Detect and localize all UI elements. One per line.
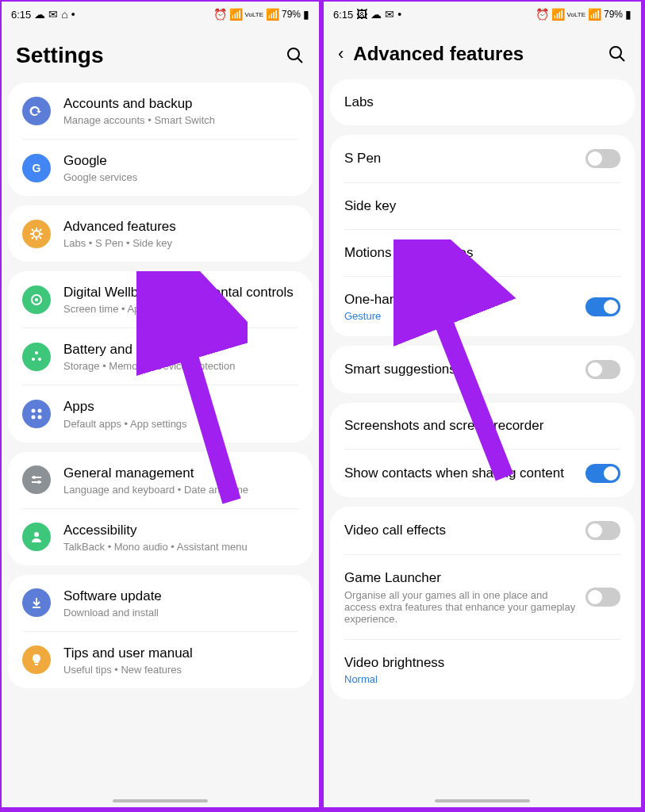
battery-icon: ▮	[303, 8, 309, 21]
item-subtitle: TalkBack • Mono audio • Assistant menu	[63, 541, 298, 553]
settings-item[interactable]: AppsDefault apps • App settings	[22, 385, 298, 442]
settings-list: Accounts and backupManage accounts • Sma…	[2, 82, 319, 688]
volte-icon: VoLTE	[245, 11, 263, 18]
row-text: GoogleGoogle services	[63, 152, 298, 183]
settings-item[interactable]: Tips and user manualUseful tips • New fe…	[22, 632, 298, 688]
settings-item[interactable]: Software updateDownload and install	[22, 575, 298, 632]
row-text: AccessibilityTalkBack • Mono audio • Ass…	[63, 522, 298, 553]
toggle-switch[interactable]	[585, 360, 620, 379]
item-title: Video call effects	[344, 522, 578, 539]
feature-item[interactable]: Show contacts when sharing content	[344, 450, 620, 497]
settings-group: Advanced featuresLabs • S Pen • Side key	[8, 205, 313, 262]
item-title: Accounts and backup	[63, 95, 298, 113]
feature-group: Smart suggestions	[330, 346, 635, 393]
feature-item[interactable]: Game LauncherOrganise all your games all…	[344, 555, 620, 639]
feature-item[interactable]: Video call effects	[344, 507, 620, 555]
item-title: Battery and device care	[63, 341, 298, 358]
svg-point-16	[37, 481, 40, 484]
battery-pct: 79%	[282, 9, 301, 20]
row-text: Software updateDownload and install	[63, 588, 298, 619]
row-text: Smart suggestions	[344, 361, 585, 378]
svg-point-8	[38, 358, 41, 361]
feature-item[interactable]: S Pen	[344, 135, 620, 183]
row-text: Video call effects	[344, 522, 585, 539]
circle-icon	[22, 285, 51, 314]
row-text: General managementLanguage and keyboard …	[63, 465, 298, 496]
status-time: 6:15	[333, 9, 353, 21]
item-subtitle: Storage • Memory • Device protection	[63, 360, 298, 372]
phone-left: 6:15 ☁ ✉ ⌂ • ⏰ 📶 VoLTE 📶 79% ▮ Settings …	[0, 0, 321, 809]
item-subtitle: Default apps • App settings	[63, 418, 298, 430]
svg-point-5	[35, 298, 38, 301]
item-subtitle: Useful tips • New features	[63, 664, 298, 676]
item-title: Show contacts when sharing content	[344, 465, 578, 482]
feature-item[interactable]: Side key	[344, 183, 620, 230]
toggle-switch[interactable]	[585, 588, 620, 607]
mail-icon: ✉	[48, 8, 58, 21]
item-title: One-handed mode	[344, 291, 578, 308]
row-text: One-handed modeGesture	[344, 291, 585, 322]
status-left: 6:15 🖼 ☁ ✉ •	[333, 8, 401, 21]
settings-group: Digital Wellbeing and parental controlsS…	[8, 271, 313, 442]
item-title: Screenshots and screen recorder	[344, 417, 612, 435]
row-text: Video brightnessNormal	[344, 654, 620, 685]
feature-item[interactable]: Motions and gestures	[344, 230, 620, 277]
item-subtitle: Normal	[344, 673, 612, 685]
toggle-switch[interactable]	[585, 297, 620, 316]
row-text: Battery and device careStorage • Memory …	[63, 341, 298, 372]
toggle-switch[interactable]	[585, 464, 620, 483]
item-title: General management	[63, 465, 298, 482]
row-text: Side key	[344, 197, 620, 215]
advanced-features-list: LabsS PenSide keyMotions and gesturesOne…	[324, 79, 641, 699]
back-button[interactable]: ‹	[338, 44, 344, 64]
nav-bar[interactable]	[435, 799, 530, 802]
wifi-icon: 📶	[551, 8, 565, 21]
status-right: ⏰ 📶 VoLTE 📶 79% ▮	[213, 8, 309, 21]
dot-icon: •	[397, 8, 401, 21]
search-icon[interactable]	[608, 44, 627, 63]
sliders-icon	[22, 465, 51, 494]
g-icon: G	[22, 154, 51, 182]
item-title: Game Launcher	[344, 569, 578, 587]
settings-item[interactable]: GGoogleGoogle services	[22, 140, 298, 196]
item-title: Labs	[344, 94, 612, 111]
gear-icon	[22, 220, 51, 248]
feature-item[interactable]: Screenshots and screen recorder	[344, 403, 620, 450]
item-subtitle: Labs • S Pen • Side key	[63, 237, 298, 249]
volte-icon: VoLTE	[567, 11, 585, 18]
dot-icon: •	[71, 8, 75, 21]
feature-item[interactable]: Labs	[344, 79, 620, 125]
status-bar: 6:15 🖼 ☁ ✉ • ⏰ 📶 VoLTE 📶 79% ▮	[324, 2, 641, 27]
settings-item[interactable]: Accounts and backupManage accounts • Sma…	[22, 82, 298, 140]
settings-item[interactable]: Advanced featuresLabs • S Pen • Side key	[22, 205, 298, 262]
item-title: Digital Wellbeing and parental controls	[63, 284, 298, 301]
svg-point-9	[32, 409, 36, 413]
search-icon[interactable]	[286, 46, 305, 65]
toggle-switch[interactable]	[585, 521, 620, 540]
feature-group: Video call effectsGame LauncherOrganise …	[330, 507, 635, 699]
item-title: Smart suggestions	[344, 361, 578, 378]
row-text: Tips and user manualUseful tips • New fe…	[63, 645, 298, 676]
settings-item[interactable]: General managementLanguage and keyboard …	[22, 452, 298, 509]
dots4-icon	[22, 400, 51, 428]
home-icon: ⌂	[61, 8, 67, 21]
feature-item[interactable]: Video brightnessNormal	[344, 640, 620, 699]
item-subtitle: Download and install	[63, 607, 298, 619]
toggle-switch[interactable]	[585, 149, 620, 168]
settings-item[interactable]: Digital Wellbeing and parental controlsS…	[22, 271, 298, 328]
row-text: Advanced featuresLabs • S Pen • Side key	[63, 218, 298, 249]
feature-item[interactable]: Smart suggestions	[344, 346, 620, 393]
nav-bar[interactable]	[113, 799, 208, 802]
item-title: Motions and gestures	[344, 244, 612, 262]
header-left: Settings	[2, 27, 319, 82]
cloud-icon: ☁	[34, 8, 45, 21]
feature-item[interactable]: One-handed modeGesture	[344, 277, 620, 336]
status-left: 6:15 ☁ ✉ ⌂ •	[11, 8, 75, 21]
settings-group: General managementLanguage and keyboard …	[8, 452, 313, 565]
item-subtitle: Organise all your games all in one place…	[344, 589, 578, 625]
row-text: Show contacts when sharing content	[344, 465, 585, 482]
settings-item[interactable]: Battery and device careStorage • Memory …	[22, 328, 298, 385]
settings-item[interactable]: AccessibilityTalkBack • Mono audio • Ass…	[22, 509, 298, 565]
row-text: Accounts and backupManage accounts • Sma…	[63, 95, 298, 126]
download-icon	[22, 588, 51, 617]
